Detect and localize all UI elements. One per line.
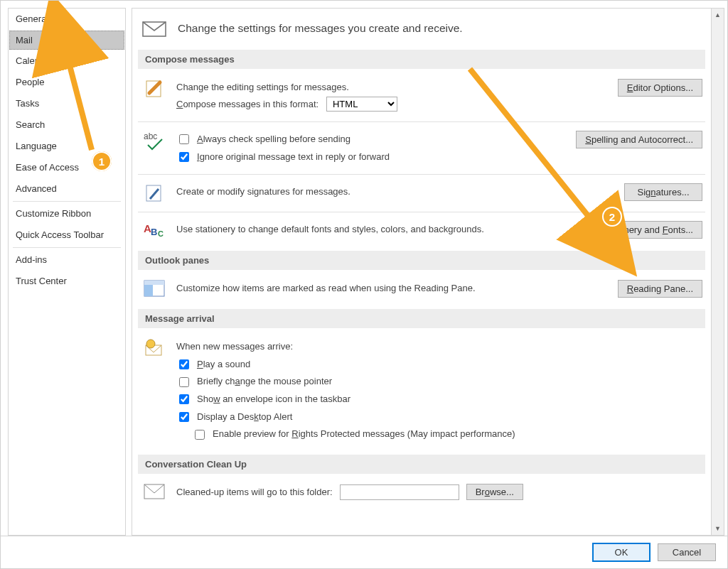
row-editing-settings: Change the editing settings for messages… (138, 76, 705, 116)
envelope-taskbar-checkbox[interactable]: Show an envelope icon in the taskbar (176, 391, 705, 408)
sidebar-item-tasks[interactable]: Tasks (9, 93, 125, 114)
row-spelling: abc Always check spelling before sending… (138, 121, 705, 168)
edit-icon (142, 79, 166, 99)
annotation-badge-2: 2 (602, 207, 622, 227)
group-panes-body: Customize how items are marked as read w… (132, 270, 711, 309)
bell-envelope-icon (142, 338, 166, 358)
sidebar-item-mail[interactable]: Mail (9, 31, 124, 50)
reading-pane-text: Customize how items are marked as read w… (176, 283, 476, 293)
ignore-original-checkbox[interactable]: Ignore original message text in reply or… (176, 148, 566, 166)
annotation-badge-1: 1 (92, 151, 112, 171)
compose-format-label: Compose messages in this format: (176, 99, 318, 109)
svg-text:abc: abc (144, 131, 157, 141)
content-wrap: Change the settings for messages you cre… (132, 8, 724, 536)
envelope-icon (142, 20, 166, 37)
category-sidebar: General Mail Calendar People Tasks Searc… (8, 8, 126, 536)
sidebar-item-advanced[interactable]: Advanced (9, 178, 125, 200)
stationery-text: Use stationery to change default fonts a… (176, 224, 484, 234)
cancel-button[interactable]: Cancel (658, 543, 716, 561)
row-arrival: When new messages arrive: Play a sound B… (138, 335, 705, 445)
abc-check-icon: abc (142, 131, 166, 151)
rights-preview-checkbox[interactable]: Enable preview for Rights Protected mess… (176, 426, 705, 443)
group-cleanup-body: Cleaned-up items will go to this folder:… (132, 474, 711, 504)
desktop-alert-checkbox[interactable]: Display a Desktop Alert (176, 408, 705, 426)
svg-point-11 (146, 340, 155, 348)
compose-format-select[interactable]: HTML (326, 97, 397, 112)
sidebar-item-people[interactable]: People (9, 72, 125, 93)
scroll-up-arrow[interactable]: ▲ (712, 9, 724, 21)
spelling-autocorrect-button[interactable]: Spelling and Autocorrect... (576, 131, 702, 148)
svg-text:C: C (158, 229, 164, 238)
sidebar-item-customize-ribbon[interactable]: Customize Ribbon (9, 203, 125, 224)
row-signatures: Create or modify signatures for messages… (138, 174, 705, 206)
group-arrival-body: When new messages arrive: Play a sound B… (132, 328, 711, 454)
editor-options-button[interactable]: Editor Options... (618, 79, 702, 97)
signatures-text: Create or modify signatures for messages… (176, 186, 350, 197)
vertical-scrollbar[interactable]: ▲ ▼ (712, 8, 724, 536)
sidebar-item-trust-center[interactable]: Trust Center (9, 271, 125, 292)
group-compose-body: Change the editing settings for messages… (132, 69, 711, 251)
browse-button[interactable]: Browse... (466, 484, 523, 500)
dialog-footer: OK Cancel (1, 536, 727, 568)
signature-icon (142, 183, 166, 203)
fonts-abc-icon: ABC (142, 221, 166, 239)
scroll-down-arrow[interactable]: ▼ (712, 522, 724, 535)
ok-button[interactable]: OK (592, 543, 651, 562)
sidebar-divider (13, 201, 121, 202)
svg-rect-8 (144, 281, 164, 285)
editing-settings-text: Change the editing settings for messages… (176, 79, 608, 96)
mail-options-panel: Change the settings for messages you cre… (132, 8, 712, 536)
panel-header-text: Change the settings for messages you cre… (178, 22, 463, 35)
group-cleanup-header: Conversation Clean Up (138, 455, 705, 474)
group-arrival-header: Message arrival (138, 309, 705, 328)
signatures-button[interactable]: Signatures... (624, 183, 702, 201)
main-row: General Mail Calendar People Tasks Searc… (1, 1, 727, 536)
sidebar-item-quick-access-toolbar[interactable]: Quick Access Toolbar (9, 224, 125, 246)
sidebar-item-search[interactable]: Search (9, 114, 125, 136)
svg-text:B: B (151, 227, 157, 237)
sidebar-item-calendar[interactable]: Calendar (9, 50, 125, 72)
change-pointer-checkbox[interactable]: Briefly change the mouse pointer (176, 373, 705, 391)
group-compose-header: Compose messages (138, 50, 705, 69)
pane-icon (142, 280, 166, 297)
row-cleanup: Cleaned-up items will go to this folder:… (138, 481, 705, 504)
options-dialog: General Mail Calendar People Tasks Searc… (1, 1, 727, 568)
sidebar-item-add-ins[interactable]: Add-ins (9, 249, 125, 271)
envelope-outline-icon (142, 484, 166, 499)
arrival-intro: When new messages arrive: (176, 338, 705, 355)
svg-rect-9 (144, 285, 153, 296)
row-reading-pane: Customize how items are marked as read w… (138, 277, 705, 300)
play-sound-checkbox[interactable]: Play a sound (176, 356, 705, 374)
reading-pane-button[interactable]: Reading Pane... (618, 280, 702, 298)
cleanup-text: Cleaned-up items will go to this folder: (176, 484, 333, 501)
sidebar-item-general[interactable]: General (9, 9, 125, 30)
cleanup-folder-input[interactable] (340, 484, 459, 500)
group-panes-header: Outlook panes (138, 251, 705, 270)
sidebar-divider (13, 247, 121, 248)
check-spelling-checkbox[interactable]: Always check spelling before sending (176, 131, 566, 148)
panel-header: Change the settings for messages you cre… (132, 9, 711, 50)
